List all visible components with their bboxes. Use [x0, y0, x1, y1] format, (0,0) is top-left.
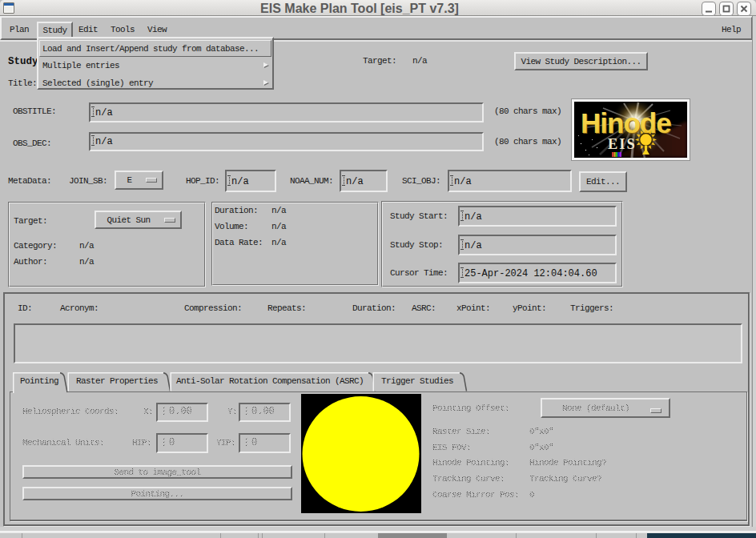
svg-text:EIS: EIS [608, 136, 637, 152]
svg-text:Hinode: Hinode [581, 107, 671, 139]
